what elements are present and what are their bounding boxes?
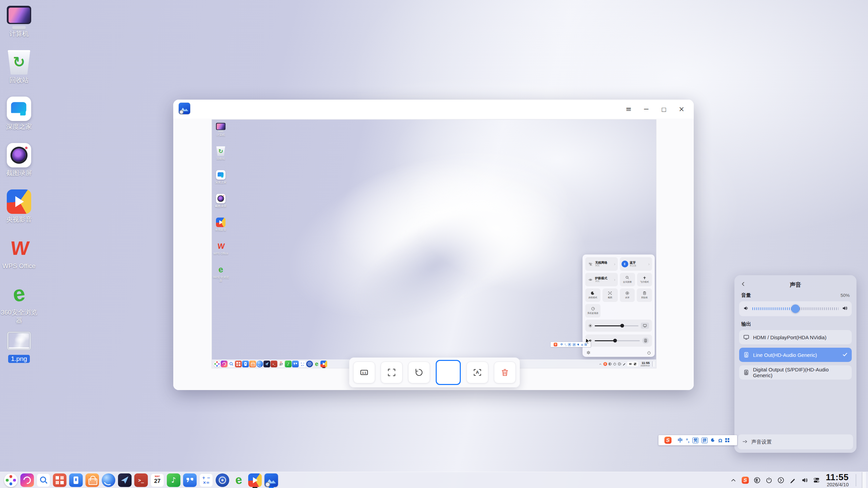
menu-button[interactable]: ≡ bbox=[620, 102, 637, 117]
deepin-home-icon bbox=[7, 97, 31, 121]
tray-switches-button[interactable] bbox=[812, 475, 821, 485]
dock-app-file-manager[interactable] bbox=[69, 472, 83, 488]
desktop-icon-screen-capture[interactable]: 截图录屏 bbox=[0, 141, 38, 177]
cc-eyecare-tile[interactable]: 护眼模式关闭 bbox=[585, 273, 618, 286]
sogou-moon-icon[interactable] bbox=[577, 343, 580, 346]
sogou-item[interactable]: 简 bbox=[568, 343, 571, 346]
dock-app-launcher[interactable] bbox=[4, 472, 18, 488]
desktop-icon-wps-office[interactable]: WPS Office bbox=[0, 234, 38, 270]
sogou-grid-icon[interactable] bbox=[725, 438, 729, 442]
desktop-icon-deepin-home[interactable]: 深度之家 bbox=[0, 95, 38, 131]
dock-app-multitasking[interactable] bbox=[53, 472, 66, 488]
sogou-input-bar: S中°,简拼Ω bbox=[658, 435, 737, 445]
cc-dnd-tile[interactable]: 勿扰模式 bbox=[585, 288, 600, 302]
cc-screenshot-tile[interactable]: 截图 bbox=[603, 288, 618, 302]
output-device-row[interactable]: HDMI / DisplayPort(HDA NVidia) bbox=[739, 330, 852, 344]
sogou-item[interactable]: Ω bbox=[581, 343, 583, 346]
dock-app-text-editor[interactable] bbox=[183, 472, 197, 488]
dock-app-grand-search[interactable] bbox=[37, 472, 50, 488]
minimize-button[interactable]: − bbox=[637, 102, 655, 117]
tray-pen-button[interactable] bbox=[789, 475, 797, 485]
tray-sogou-button[interactable]: S bbox=[741, 475, 749, 485]
sogou-item[interactable]: 拼 bbox=[573, 343, 576, 346]
volume-slider-track[interactable] bbox=[752, 307, 839, 310]
sogou-item[interactable]: 中 bbox=[560, 343, 563, 346]
sogou-item[interactable]: 简 bbox=[692, 438, 698, 443]
close-button[interactable]: × bbox=[673, 102, 690, 117]
dock-app-cctv-video[interactable] bbox=[248, 472, 262, 488]
cc-sysmon-tile[interactable]: 系统监视器 bbox=[585, 304, 600, 318]
dock-app-terminal[interactable] bbox=[134, 472, 148, 488]
dock-app-calendar[interactable]: 27MAY bbox=[151, 472, 164, 488]
dock-app-image-viewer[interactable] bbox=[264, 472, 278, 488]
desktop-icon-360-browser[interactable]: 360安全浏览器 bbox=[0, 281, 38, 325]
dock-app-control-center[interactable] bbox=[216, 472, 229, 488]
cc-brightness-slider[interactable] bbox=[585, 320, 652, 332]
desktop-icon-image-file[interactable]: 1.png bbox=[0, 327, 38, 363]
dock-app-app-store[interactable] bbox=[85, 472, 99, 488]
cc-wifi-tile[interactable]: 无线网络关闭 bbox=[585, 257, 618, 271]
cc-search-tile[interactable]: 全局搜索 bbox=[620, 273, 635, 286]
inner-icon-label: 央视影音 bbox=[215, 228, 226, 231]
cc-power-icon[interactable] bbox=[647, 350, 651, 356]
show-desktop-button[interactable] bbox=[862, 472, 866, 488]
device-label: Digital Output (S/PDIF)(HD-Audio Generic… bbox=[753, 367, 848, 378]
image-viewer-icon bbox=[264, 473, 278, 487]
sogou-item[interactable]: °, bbox=[565, 343, 566, 346]
desktop-icon-computer[interactable]: 计算机 bbox=[0, 2, 38, 38]
viewer-titlebar[interactable]: ≡ − □ × bbox=[173, 100, 694, 119]
grand-search-icon bbox=[37, 473, 50, 487]
one-to-one-button[interactable]: 1:1 bbox=[353, 362, 375, 383]
speaker-box-icon bbox=[644, 339, 648, 343]
sogou-item[interactable]: °, bbox=[686, 438, 689, 443]
dock-app-360-browser[interactable] bbox=[232, 472, 245, 488]
desktop-icon-cctv-video[interactable]: 央视影音 bbox=[0, 188, 38, 224]
back-button[interactable] bbox=[740, 281, 747, 288]
maximize-button[interactable]: □ bbox=[655, 102, 673, 117]
inner-dock-app-calendar: 27MAY bbox=[277, 360, 284, 368]
dock-app-browser[interactable] bbox=[102, 472, 115, 488]
sogou-logo-letter: S bbox=[553, 343, 557, 346]
cc-clipboard-tile[interactable]: 剪贴板 bbox=[637, 288, 652, 302]
thumbnail-dock bbox=[9, 347, 29, 349]
sogou-moon-icon[interactable] bbox=[711, 438, 715, 443]
trash-icon bbox=[500, 368, 509, 377]
clock[interactable]: 11:55 2026/4/10 bbox=[826, 473, 849, 487]
output-device-row[interactable]: Line Out(HD-Audio Generic) bbox=[739, 348, 852, 362]
desktop-icon-recycle-bin[interactable]: 回收站 bbox=[0, 48, 38, 84]
tray-bluetooth-button[interactable] bbox=[753, 475, 761, 485]
dock-app-uos-ai[interactable] bbox=[20, 472, 34, 488]
sound-settings-link[interactable]: 声音设置 bbox=[738, 434, 853, 449]
sogou-item[interactable]: 中 bbox=[678, 437, 683, 444]
sogou-item[interactable]: 拼 bbox=[702, 438, 708, 443]
dock-app-music[interactable] bbox=[167, 472, 180, 488]
delete-button[interactable] bbox=[494, 362, 516, 383]
cc-settings-icon[interactable] bbox=[586, 350, 591, 356]
cc-bluetooth-tile[interactable]: 蓝牙未连接 bbox=[620, 257, 652, 271]
dock-app-calculator[interactable] bbox=[199, 472, 213, 488]
calculator-icon bbox=[199, 473, 213, 487]
fit-window-button[interactable] bbox=[381, 362, 402, 383]
cc-airplane-tile[interactable]: 飞行模式 bbox=[637, 273, 652, 286]
desktop-icon-label: 计算机 bbox=[9, 30, 29, 38]
thumbnail-button[interactable] bbox=[436, 360, 461, 385]
sogou-item[interactable]: Ω bbox=[718, 438, 722, 443]
rotate-left-button[interactable] bbox=[408, 362, 430, 383]
tray-volume-button[interactable] bbox=[801, 475, 809, 485]
dashed-arrow-icon bbox=[743, 439, 748, 445]
inner-icon-label: 回收站 bbox=[216, 157, 225, 160]
dock-app-mail[interactable] bbox=[118, 472, 132, 488]
cc-volume-slider[interactable] bbox=[585, 334, 652, 347]
tray-arrow-circle-button[interactable] bbox=[777, 475, 785, 485]
music-icon bbox=[285, 361, 292, 367]
viewed-image[interactable]: 计算机回收站深度之家截图录屏央视影音WPS Office360安全浏览器 无线网… bbox=[212, 120, 656, 368]
desktop-icon-label: 截图录屏 bbox=[6, 169, 32, 177]
volume-slider[interactable] bbox=[739, 301, 852, 316]
360-browser-icon bbox=[216, 265, 225, 274]
ocr-button[interactable]: A bbox=[467, 362, 488, 383]
output-device-row[interactable]: Digital Output (S/PDIF)(HD-Audio Generic… bbox=[739, 365, 852, 380]
tray-power-button[interactable] bbox=[765, 475, 773, 485]
tray-chevron-up-button[interactable] bbox=[729, 475, 737, 485]
cc-record-tile[interactable]: 录屏 bbox=[620, 288, 635, 302]
volume-slider-handle[interactable] bbox=[791, 305, 800, 313]
